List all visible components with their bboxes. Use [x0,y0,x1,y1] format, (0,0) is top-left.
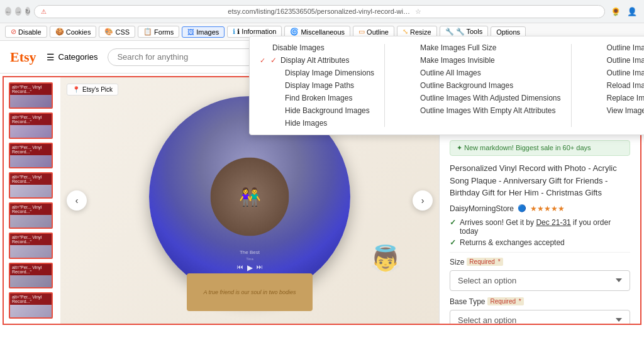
forward-button[interactable]: → [15,7,21,16]
miscellaneous-label: Miscellaneous [301,28,345,36]
cookies-btn[interactable]: 🍪 Cookies [50,26,97,38]
delivery-date: Dec 21-31 [536,218,570,227]
images-label: Images [196,28,219,36]
check-icon-2: ✓ [450,238,456,247]
dropdown-item-full-size[interactable]: Make Images Full Size [387,41,568,54]
thumbnail-6[interactable]: alt="Per... Vinyl Record..." [9,233,53,259]
thumbnail-1[interactable]: alt="Per... Vinyl Record..." [9,82,53,109]
alt-text-overlay-4: alt="Per... Vinyl Record..." [10,173,52,185]
prev-image-btn[interactable]: ‹ [67,190,87,211]
alt-text-overlay-3: alt="Per... Vinyl Record..." [10,144,52,155]
info-icon: ℹ [233,28,235,36]
base-type-label-text: Base Type [450,297,485,306]
extension-btn-2[interactable]: 👤 [625,4,639,18]
dropdown-col-3: Outline Images With Oversized Dimensions… [572,41,645,129]
cookies-label: Cookies [66,28,91,36]
store-rating: ★★★★★ [530,204,565,213]
dropdown-col-1: Disable Images ✓ Display Alt Attributes … [250,41,384,129]
thumbnail-5[interactable]: alt="Per... Vinyl Record..." [9,202,53,229]
delivery-text-2: Returns & exchanges accepted [460,238,565,247]
alt-text-overlay-8: alt="Per... Vinyl Record..." [10,293,52,305]
forms-icon: 📋 [143,28,152,36]
cookies-icon: 🍪 [55,28,64,36]
tools-icon: 🔧 [445,28,454,36]
browser-toolbar: ← → ↻ ⚠ etsy.com/listing/1623536505/pers… [0,0,644,23]
dropdown-item-invisible[interactable]: Make Images Invisible [387,54,568,67]
size-label-text: Size [450,258,464,266]
tools-label: 🔧 Tools [456,28,483,36]
forms-btn[interactable]: 📋 Forms [138,26,179,38]
dropdown-item-display-paths[interactable]: Display Image Paths [252,79,382,92]
options-label: Options [496,28,520,36]
store-name[interactable]: DaisyMorningStore [450,204,514,213]
outline-label: Outline [367,28,389,36]
delivery-row-2: ✓ Returns & exchanges accepted [450,238,630,247]
dropdown-item-outline-no-alt[interactable]: Outline Images Without Alt Attributes [574,54,645,67]
artist-label: Tina [206,257,294,261]
disable-label: Disable [18,28,42,36]
dropdown-item-reload[interactable]: Reload Images [574,79,645,92]
dropdown-item-outline-bg[interactable]: Outline Background Images [387,79,568,92]
disable-btn[interactable]: ⊘ Disable [5,26,47,38]
check-icon-1: ✓ [450,218,456,227]
extension-btn-3[interactable]: ⬜ [641,4,644,18]
dropdown-item-outline-adjusted[interactable]: Outline Images With Adjusted Dimensions [387,92,568,104]
dropdown-item-display-alt[interactable]: ✓ Display Alt Attributes [252,54,382,67]
size-required-star: * [498,258,501,265]
images-dropdown: Disable Images ✓ Display Alt Attributes … [249,36,644,135]
dropdown-item-view-info[interactable]: View Image Information [574,104,645,117]
url-text: etsy.com/listing/1623536505/personalized… [228,8,411,15]
categories-menu[interactable]: ☰ Categories [47,52,98,62]
misc-icon: 🌀 [290,28,299,36]
address-bar[interactable]: ⚠ etsy.com/listing/1623536505/personaliz… [34,5,605,18]
css-btn[interactable]: 🎨 CSS [99,26,135,38]
dropdown-item-replace-alt[interactable]: Replace Images With Alt Attributes [574,92,645,104]
security-icon: ⚠ [41,8,224,15]
play-icon: ▶ [247,263,253,272]
extension-btn-1[interactable]: 🌻 [609,4,623,18]
dropdown-item-outline-all[interactable]: Outline All Images [387,67,568,79]
product-base: A true friend is our soul in two bodies [187,273,313,311]
thumbnail-7[interactable]: alt="Per... Vinyl Record..." [9,263,53,289]
base-required-badge: Required * [487,297,523,305]
thumbnail-3[interactable]: alt="Per... Vinyl Record..." [9,143,53,169]
dropdown-item-outline-oversized[interactable]: Outline Images With Oversized Dimensions [574,41,645,54]
next-icon: ⏭ [257,263,263,272]
size-select[interactable]: Select an option [450,270,630,291]
dropdown-item-hide-images[interactable]: Hide Images [252,117,382,129]
base-required-star: * [519,298,521,305]
dropdown-item-find-broken[interactable]: Find Broken Images [252,92,382,104]
etsy-logo: Etsy [10,49,36,65]
prev-icon: ⏮ [237,263,243,272]
alt-text-overlay-5: alt="Per... Vinyl Record..." [10,204,52,215]
dropdown-item-outline-empty-alt[interactable]: Outline Images With Empty Alt Attributes [387,104,568,117]
song-label: The Best [206,250,294,255]
alt-text-overlay-1: alt="Per... Vinyl Record..." [10,84,52,95]
dropdown-col-2: Make Images Full Size Make Images Invisi… [385,41,570,129]
record-center-circle: 👫 [211,158,289,236]
player-controls: ⏮ ▶ ⏭ [206,263,294,272]
images-btn[interactable]: 🖼 Images [182,26,225,38]
dropdown-item-hide-bg[interactable]: Hide Background Images [252,104,382,117]
thumbnail-8[interactable]: alt="Per... Vinyl Record..." [9,292,53,319]
disable-icon: ⊘ [11,28,16,36]
alt-text-overlay-2: alt="Per... Vinyl Record..." [10,114,52,125]
store-row: DaisyMorningStore 🔵 ★★★★★ [450,204,630,213]
markdown-text: ✦ New markdown! Biggest sale in 60+ days [457,144,591,152]
size-required-text: Required [469,258,495,265]
css-icon: 🎨 [104,28,113,36]
forms-label: Forms [154,28,174,36]
thumbnail-2[interactable]: alt="Per... Vinyl Record..." [9,112,53,139]
reload-button[interactable]: ↻ [25,7,30,16]
base-type-select[interactable]: Select an option [450,310,630,324]
dropdown-item-outline-no-dimensions[interactable]: Outline Images Without Dimensions [574,67,645,79]
dropdown-item-display-dimensions[interactable]: Display Image Dimensions [252,67,382,79]
next-image-btn[interactable]: › [413,190,433,211]
back-button[interactable]: ← [5,7,11,16]
dropdown-item-disable-images[interactable]: Disable Images [252,41,382,54]
delivery-row-1: ✓ Arrives soon! Get it by Dec 21-31 if y… [450,218,630,236]
css-label: CSS [115,28,130,36]
thumbnail-4[interactable]: alt="Per... Vinyl Record..." [9,172,53,199]
markdown-badge: ✦ New markdown! Biggest sale in 60+ days [450,140,630,156]
base-required-text: Required [490,298,516,305]
